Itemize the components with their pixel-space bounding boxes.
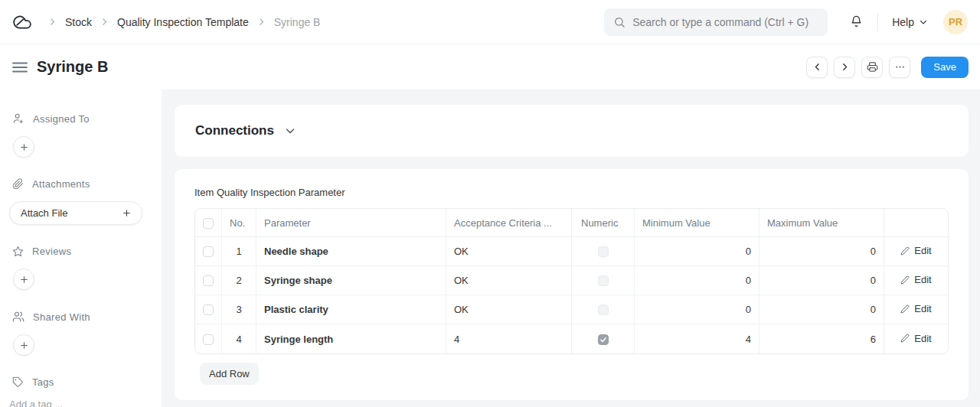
user-plus-icon	[12, 112, 24, 125]
reviews-label: Reviews	[32, 246, 71, 257]
column-header-numeric: Numeric	[572, 209, 635, 237]
edit-row-button[interactable]: Edit	[900, 333, 931, 344]
sidebar-toggle-icon[interactable]	[12, 62, 28, 73]
edit-row-label: Edit	[914, 333, 931, 344]
sidebar-section-tags: Tags Add a tag ...	[12, 376, 154, 407]
chevron-down-icon	[919, 18, 928, 27]
avatar[interactable]: PR	[943, 10, 968, 34]
sidebar-section-assigned-to: Assigned To	[12, 112, 154, 158]
row-number: 1	[222, 237, 256, 266]
column-header-no: No.	[222, 209, 256, 237]
parameter-table: No. Parameter Acceptance Criteria ... Nu…	[194, 208, 949, 354]
breadcrumb-item-quality-inspection-template[interactable]: Quality Inspection Template	[114, 16, 252, 28]
edit-row-button[interactable]: Edit	[900, 245, 931, 256]
add-assignment-button[interactable]	[13, 136, 34, 158]
minimum-value-cell[interactable]: 0	[635, 237, 760, 266]
column-header-parameter: Parameter	[256, 209, 446, 237]
print-button[interactable]	[861, 57, 883, 78]
maximum-value-cell[interactable]: 0	[760, 237, 884, 266]
table-row: 4Syringe length446Edit	[195, 324, 948, 353]
acceptance-criteria-cell[interactable]: OK	[446, 295, 572, 324]
parameter-cell[interactable]: Syringe length	[256, 324, 446, 353]
app-logo-cloud-icon[interactable]	[12, 12, 32, 32]
shared-with-label: Shared With	[33, 311, 90, 323]
search-input[interactable]	[632, 16, 818, 28]
column-header-actions	[884, 209, 948, 237]
edit-row-button[interactable]: Edit	[900, 303, 931, 314]
page-header: Syringe B Save	[0, 44, 980, 90]
row-select-checkbox[interactable]	[203, 246, 214, 257]
parameter-cell[interactable]: Syringe shape	[256, 266, 446, 295]
chevron-right-icon	[100, 17, 109, 27]
add-tag-input[interactable]: Add a tag ...	[9, 399, 154, 407]
chevron-right-icon	[256, 17, 266, 27]
edit-row-label: Edit	[914, 245, 931, 256]
more-options-button[interactable]	[889, 57, 910, 78]
minimum-value-cell[interactable]: 4	[635, 324, 760, 353]
parameter-table-section: Item Quality Inspection Parameter No. Pa…	[175, 169, 969, 400]
row-select-checkbox[interactable]	[203, 304, 214, 315]
maximum-value-cell[interactable]: 6	[760, 324, 884, 353]
attachments-label: Attachments	[32, 178, 90, 190]
connections-section[interactable]: Connections	[175, 105, 969, 157]
document-sidebar: Assigned To Attachments Attach File	[0, 90, 162, 407]
connections-title: Connections	[195, 123, 274, 138]
parameter-cell[interactable]: Plastic clarity	[256, 295, 446, 324]
next-document-button[interactable]	[834, 57, 855, 78]
acceptance-criteria-cell[interactable]: OK	[446, 237, 572, 266]
row-number: 2	[222, 266, 256, 295]
attach-file-button[interactable]: Attach File	[9, 201, 142, 225]
add-share-button[interactable]	[13, 334, 34, 356]
parameter-cell[interactable]: Needle shape	[256, 237, 446, 266]
breadcrumb: Stock Quality Inspection Template Syring…	[43, 16, 323, 28]
tags-label: Tags	[32, 376, 54, 388]
notifications-bell-icon[interactable]	[849, 15, 864, 29]
maximum-value-cell[interactable]: 0	[760, 266, 884, 295]
plus-icon	[122, 208, 132, 218]
select-all-checkbox[interactable]	[203, 218, 214, 229]
sidebar-section-attachments: Attachments Attach File	[12, 178, 154, 225]
help-menu[interactable]: Help	[892, 16, 928, 28]
search-icon	[613, 16, 626, 28]
header-actions: Save	[806, 57, 969, 78]
main-panel: Connections Item Quality Inspection Para…	[162, 90, 980, 407]
paperclip-icon	[12, 178, 24, 190]
add-row-button[interactable]: Add Row	[200, 363, 259, 385]
save-button[interactable]: Save	[921, 57, 969, 78]
maximum-value-cell[interactable]: 0	[760, 295, 884, 324]
users-icon	[12, 311, 24, 323]
navbar-right: Help PR	[604, 8, 968, 36]
minimum-value-cell[interactable]: 0	[635, 295, 760, 324]
breadcrumb-item-current: Syringe B	[271, 16, 324, 28]
row-select-checkbox[interactable]	[203, 275, 214, 286]
navbar-divider	[877, 13, 878, 31]
tag-icon	[12, 376, 24, 388]
add-review-button[interactable]	[13, 269, 34, 290]
numeric-checkbox[interactable]	[598, 334, 609, 345]
table-row: 3Plastic clarityOK00Edit	[195, 295, 948, 324]
breadcrumb-item-stock[interactable]: Stock	[62, 16, 95, 28]
table-header-row: No. Parameter Acceptance Criteria ... Nu…	[195, 209, 948, 237]
table-row: 2Syringe shapeOK00Edit	[195, 266, 948, 295]
chevron-down-icon	[284, 125, 296, 137]
acceptance-criteria-cell[interactable]: OK	[446, 266, 572, 295]
row-number: 3	[222, 295, 256, 324]
edit-row-label: Edit	[914, 303, 931, 314]
row-select-checkbox[interactable]	[203, 334, 214, 345]
numeric-checkbox[interactable]	[598, 246, 609, 257]
global-search[interactable]	[604, 8, 828, 36]
page-title: Syringe B	[37, 58, 108, 76]
previous-document-button[interactable]	[806, 57, 828, 78]
edit-row-button[interactable]: Edit	[900, 274, 931, 285]
minimum-value-cell[interactable]: 0	[635, 266, 760, 295]
help-label: Help	[892, 16, 914, 28]
column-header-acceptance-criteria: Acceptance Criteria ...	[446, 209, 572, 237]
numeric-checkbox[interactable]	[598, 304, 609, 315]
table-row: 1Needle shapeOK00Edit	[195, 237, 948, 266]
column-header-minimum-value: Minimum Value	[635, 209, 760, 237]
edit-row-label: Edit	[914, 274, 931, 285]
acceptance-criteria-cell[interactable]: 4	[446, 324, 572, 353]
table-label: Item Quality Inspection Parameter	[194, 187, 949, 198]
numeric-checkbox[interactable]	[598, 275, 609, 286]
row-number: 4	[222, 324, 256, 353]
